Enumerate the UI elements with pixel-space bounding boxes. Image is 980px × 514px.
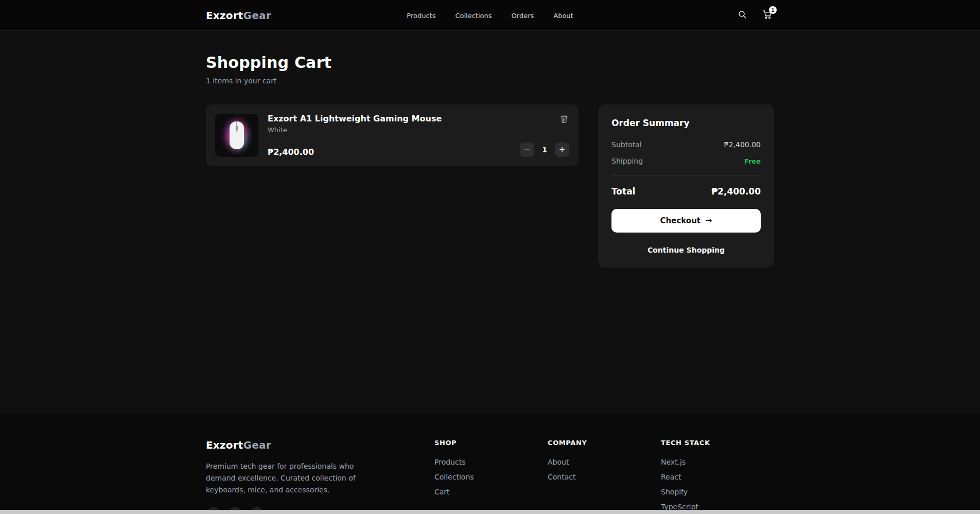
- page: ExzortGear Products Collections Orders A…: [0, 0, 980, 514]
- quantity-value: 1: [539, 146, 550, 154]
- footer: ExzortGear Premium tech gear for profess…: [0, 414, 980, 514]
- header-inner: ExzortGear Products Collections Orders A…: [206, 0, 774, 30]
- decrease-quantity-button[interactable]: −: [520, 143, 534, 157]
- footer-column-tech-stack: TECH STACK Next.js React Shopify TypeScr…: [661, 439, 774, 514]
- footer-brand-column: ExzortGear Premium tech gear for profess…: [206, 439, 434, 514]
- product-name: Exzort A1 Lightweight Gaming Mouse: [268, 114, 442, 123]
- footer-link-collections[interactable]: Collections: [434, 473, 548, 481]
- nav-item-products[interactable]: Products: [407, 11, 435, 19]
- total-value: ₱2,400.00: [711, 186, 761, 197]
- footer-brand-logo[interactable]: ExzortGear: [206, 439, 271, 451]
- cart-items-section: Exzort A1 Lightweight Gaming Mouse White…: [206, 104, 579, 166]
- header-actions: 1: [736, 8, 774, 23]
- cart-count-badge: 1: [769, 6, 777, 14]
- nav-item-orders[interactable]: Orders: [512, 11, 534, 19]
- checkout-button[interactable]: Checkout →: [611, 209, 761, 233]
- search-icon: [738, 10, 747, 21]
- remove-item-button[interactable]: [559, 114, 569, 126]
- cart-layout: Exzort A1 Lightweight Gaming Mouse White…: [206, 104, 774, 268]
- header: ExzortGear Products Collections Orders A…: [0, 0, 980, 31]
- subtotal-row: Subtotal ₱2,400.00: [611, 140, 761, 149]
- nav-item-collections[interactable]: Collections: [455, 11, 492, 19]
- shipping-label: Shipping: [611, 157, 643, 165]
- footer-grid: ExzortGear Premium tech gear for profess…: [206, 439, 774, 514]
- footer-link-react[interactable]: React: [661, 473, 774, 481]
- footer-link-products[interactable]: Products: [434, 458, 548, 466]
- search-button[interactable]: [736, 8, 749, 23]
- continue-shopping-link[interactable]: Continue Shopping: [611, 246, 761, 254]
- shipping-value: Free: [744, 157, 761, 165]
- brand-logo[interactable]: ExzortGear: [206, 9, 271, 22]
- checkout-button-label: Checkout: [660, 216, 701, 225]
- product-variant: White: [268, 126, 442, 134]
- subtotal-value: ₱2,400.00: [724, 140, 761, 149]
- shipping-row: Shipping Free: [611, 157, 761, 165]
- nav-item-about[interactable]: About: [553, 11, 573, 19]
- total-label: Total: [611, 186, 635, 197]
- subtotal-label: Subtotal: [611, 140, 642, 149]
- summary-divider: [611, 175, 761, 176]
- product-price: ₱2,400.00: [268, 147, 442, 157]
- brand-logo-light: Gear: [243, 9, 271, 22]
- cart-button[interactable]: 1: [760, 8, 774, 23]
- footer-link-nextjs[interactable]: Next.js: [661, 458, 774, 466]
- gaming-mouse-image: [215, 114, 258, 157]
- order-summary-card: Order Summary Subtotal ₱2,400.00 Shippin…: [598, 104, 774, 268]
- increase-quantity-button[interactable]: +: [555, 143, 569, 157]
- total-row: Total ₱2,400.00: [611, 186, 761, 197]
- cart-item: Exzort A1 Lightweight Gaming Mouse White…: [206, 104, 579, 166]
- footer-description: Premium tech gear for professionals who …: [206, 460, 376, 496]
- footer-tech-heading: TECH STACK: [661, 439, 774, 447]
- quantity-stepper: − 1 +: [520, 143, 569, 157]
- cart-item-controls: − 1 +: [520, 114, 569, 157]
- trash-icon: [560, 117, 568, 125]
- footer-link-shopify[interactable]: Shopify: [661, 488, 774, 496]
- footer-link-cart[interactable]: Cart: [434, 488, 548, 496]
- order-summary-title: Order Summary: [611, 118, 761, 128]
- brand-logo-bold: Exzort: [206, 9, 243, 22]
- footer-shop-heading: SHOP: [434, 439, 548, 447]
- footer-column-company: COMPANY About Contact: [548, 439, 661, 488]
- footer-column-shop: SHOP Products Collections Cart: [434, 439, 548, 503]
- footer-company-heading: COMPANY: [548, 439, 661, 447]
- footer-link-about[interactable]: About: [548, 458, 661, 466]
- main-content: Shopping Cart 1 items in your cart: [0, 31, 980, 414]
- footer-brand-bold: Exzort: [206, 439, 243, 451]
- main-nav: Products Collections Orders About: [407, 11, 573, 19]
- footer-link-contact[interactable]: Contact: [548, 473, 661, 481]
- page-title: Shopping Cart: [206, 54, 774, 72]
- arrow-right-icon: →: [705, 217, 712, 225]
- cart-item-info: Exzort A1 Lightweight Gaming Mouse White…: [268, 114, 442, 157]
- footer-brand-light: Gear: [243, 439, 271, 451]
- cart-count-text: 1 items in your cart: [206, 77, 774, 85]
- product-image: [215, 114, 258, 157]
- page-bottom-strip: [0, 510, 980, 514]
